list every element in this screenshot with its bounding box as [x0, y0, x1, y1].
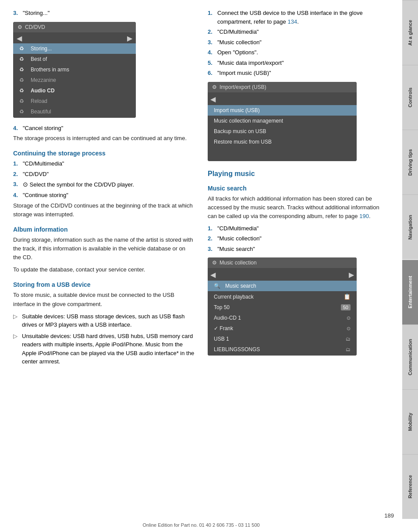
sidebar-tab-controls[interactable]: Controls: [402, 65, 418, 130]
mezzanine-icon: ♻: [19, 77, 27, 83]
screen2-icon: ⚙: [212, 84, 217, 90]
continuing-step3: 3. ⊙ Select the symbol for the CD/DVD pl…: [13, 180, 195, 189]
usb-step5: 5. "Music data import/export": [208, 59, 389, 67]
step3-item: 3. "Storing...": [13, 9, 195, 18]
bestof-icon: ♻: [19, 56, 27, 62]
cancel-storing-text: The storage process is interrupted and c…: [13, 134, 195, 143]
screen2-title: Import/export (USB): [220, 84, 266, 90]
screen1-nav-row: ◀ ▶: [13, 33, 136, 43]
screen1-body: ◀ ▶ ♻ Storing... ♻ Best of ♻ Brothers in…: [13, 32, 136, 118]
cs1-num: 1.: [13, 159, 20, 168]
screen1-titlebar: ⚙ CD/DVD: [13, 22, 136, 32]
step4-item: 4. "Cancel storing": [13, 124, 195, 133]
lieblings-icon: 🗂: [346, 347, 351, 352]
storing-icon: ♻: [19, 46, 27, 52]
sidebar-tab-entertainment[interactable]: Entertainment: [402, 260, 418, 324]
screen3-titlebar: ⚙ Music collection: [208, 257, 357, 268]
usb-body: To store music, a suitable device must b…: [13, 291, 195, 308]
screen1-row-mezzanine: ♻ Mezzanine: [13, 75, 136, 85]
sidebar-tab-navigation[interactable]: Navigation: [402, 194, 418, 259]
page-number: 189: [384, 512, 394, 519]
sidebar: At a glance Controls Driving tips Naviga…: [402, 0, 418, 519]
sidebar-tab-at-a-glance[interactable]: At a glance: [402, 0, 418, 65]
screen1-icon: ⚙: [18, 24, 22, 30]
step4-text: "Cancel storing": [23, 124, 63, 133]
usb-step3: 3. "Music collection": [208, 38, 389, 47]
screen1-row-bestof: ♻ Best of: [13, 54, 136, 64]
usb-step2: 2. "CD/Multimedia": [208, 28, 389, 36]
screen2-titlebar: ⚙ Import/export (USB): [208, 82, 357, 92]
page-134-link[interactable]: 134: [287, 18, 297, 25]
screen2-body: ◀ Import music (USB) Music collection ma…: [208, 92, 357, 161]
section-album-heading: Album information: [13, 226, 195, 233]
cs3-text: ⊙ Select the symbol for the CD/DVD playe…: [23, 180, 134, 189]
page-190-link[interactable]: 190: [359, 213, 369, 219]
import-export-screen: ⚙ Import/export (USB) ◀ Import music (US…: [208, 82, 357, 161]
continuing-step4: 4. "Continue storing": [13, 191, 195, 200]
screen3-row-frank: ✓ Frank ⊙: [208, 323, 357, 334]
continuing-step2: 2. "CD/DVD": [13, 170, 195, 179]
cs2-text: "CD/DVD": [23, 170, 49, 179]
screen2-row-restore: Restore music from USB: [208, 137, 357, 147]
sidebar-tab-communication[interactable]: Communication: [402, 324, 418, 389]
us2-text: "CD/Multimedia": [217, 28, 259, 36]
screen3-row-search: 🔍 Music search: [208, 281, 357, 291]
screen1-row-audiocd: ♻ Audio CD: [13, 85, 136, 96]
screen3-row-audiocd1: Audio-CD 1 ⊙: [208, 313, 357, 323]
us5-text: "Music data import/export": [217, 59, 284, 67]
ms2-text: "Music collection": [217, 234, 262, 243]
footer-online-text: Online Edition for Part no. 01 40 2 606 …: [0, 522, 402, 528]
usb-step4: 4. Open "Options".: [208, 48, 389, 57]
us3-text: "Music collection": [217, 38, 262, 47]
us4-num: 4.: [208, 48, 215, 57]
screen3-icon: ⚙: [212, 260, 217, 266]
right-column: 1. Connect the USB device to the USB int…: [208, 9, 389, 369]
continuing-step1: 1. "CD/Multimedia": [13, 159, 195, 168]
section-music-search-heading: Music search: [208, 185, 389, 192]
top50-badge: 50: [341, 304, 351, 310]
step3-text: "Storing...": [23, 9, 50, 18]
sidebar-tab-mobility[interactable]: Mobility: [402, 389, 418, 454]
us1-text: Connect the USB device to the USB interf…: [217, 9, 389, 26]
ms3-text: "Music search": [217, 245, 255, 254]
continuing-body-text: Storage of the CD/DVD continues at the b…: [13, 201, 195, 219]
sidebar-tab-driving-tips[interactable]: Driving tips: [402, 130, 418, 194]
section-playing-heading: Playing music: [208, 170, 389, 178]
ms2-num: 2.: [208, 234, 215, 243]
audiocd1-icon: ⊙: [347, 315, 351, 321]
bullet-arrow2: ▷: [13, 332, 19, 366]
section-usb-heading: Storing from a USB device: [13, 281, 195, 288]
us4-text: Open "Options".: [217, 48, 258, 57]
cs2-num: 2.: [13, 170, 20, 179]
us5-num: 5.: [208, 59, 215, 67]
usb1-icon: 🗂: [346, 336, 351, 342]
cs4-text: "Continue storing": [23, 191, 68, 200]
screen3-body: ◀ ▶ 🔍 Music search Current playback 📋 To…: [208, 268, 357, 356]
usb-step1: 1. Connect the USB device to the USB int…: [208, 9, 389, 26]
beautiful-icon: ♻: [19, 109, 27, 115]
cs4-num: 4.: [13, 191, 20, 200]
ms-step1: 1. "CD/Multimedia": [208, 224, 389, 233]
music-search-body: All tracks for which additional informat…: [208, 194, 389, 221]
bullet-arrow1: ▷: [13, 312, 19, 329]
screen3-row-usb1: USB 1 🗂: [208, 334, 357, 344]
step3-number: 3.: [13, 9, 20, 18]
screen3-row-current: Current playback 📋: [208, 291, 357, 302]
sidebar-tab-reference[interactable]: Reference: [402, 454, 418, 519]
music-collection-screen: ⚙ Music collection ◀ ▶ 🔍 Music search Cu…: [208, 257, 357, 356]
cs3-num: 3.: [13, 180, 20, 189]
left-column: 3. "Storing..." ⚙ CD/DVD ◀ ▶ ♻ Storing..…: [13, 9, 195, 369]
screen2-row-management: Music collection management: [208, 116, 357, 126]
usb-bullet1: ▷ Suitable devices: USB mass storage dev…: [13, 312, 195, 329]
usb-bullet2-text: Unsuitable devices: USB hard drives, USB…: [22, 332, 195, 366]
current-playback-icon: 📋: [344, 293, 351, 300]
ms3-num: 3.: [208, 245, 215, 254]
screen1-title: CD/DVD: [25, 24, 45, 30]
screen1-row-reload: ♻ Reload: [13, 96, 136, 106]
screen3-row-top50: Top 50 50: [208, 302, 357, 313]
usb-bullet2: ▷ Unsuitable devices: USB hard drives, U…: [13, 332, 195, 366]
album-body2: To update the database, contact your ser…: [13, 265, 195, 274]
section-continuing-heading: Continuing the storage process: [13, 150, 195, 157]
ms-step2: 2. "Music collection": [208, 234, 389, 243]
ms-step3: 3. "Music search": [208, 245, 389, 254]
